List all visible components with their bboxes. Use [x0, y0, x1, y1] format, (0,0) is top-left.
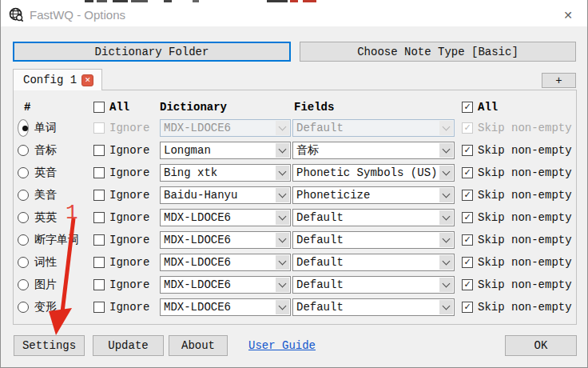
row-radio[interactable] [18, 190, 29, 201]
chevron-down-icon [439, 188, 453, 202]
ignore-checkbox[interactable] [93, 122, 105, 134]
tab-close-icon[interactable]: ✕ [81, 74, 93, 86]
dictionary-select-value: MDX-LDOCE6 [164, 301, 231, 314]
skip-label: Skip non-empty [478, 278, 572, 291]
skip-checkbox[interactable] [462, 190, 473, 201]
row-radio[interactable] [18, 234, 29, 246]
fields-select[interactable]: Default [292, 298, 455, 316]
row-skip: Skip non-empty [457, 301, 576, 314]
row-word-type: 英英 [18, 210, 93, 225]
row-ignore: Ignore [93, 234, 160, 246]
dictionary-select[interactable]: MDX-LDOCE6 [160, 276, 291, 294]
row-radio[interactable] [18, 302, 29, 313]
ignore-label: Ignore [109, 234, 149, 246]
dictionary-folder-button[interactable]: Dictionary Folder [13, 42, 291, 62]
ignore-checkbox[interactable] [93, 302, 105, 313]
row-skip: Skip non-empty [457, 234, 576, 246]
fields-select[interactable]: Default [292, 276, 455, 294]
ignore-checkbox[interactable] [93, 234, 105, 246]
dictionary-select[interactable]: MDX-LDOCE6 [160, 209, 291, 226]
ignore-checkbox[interactable] [93, 145, 105, 156]
app-icon [9, 7, 24, 22]
skip-checkbox[interactable] [462, 279, 473, 290]
chevron-down-icon [276, 166, 289, 180]
row-radio[interactable] [18, 212, 29, 223]
ignore-checkbox[interactable] [93, 190, 105, 201]
fields-select[interactable]: Default [292, 254, 455, 271]
ignore-checkbox[interactable] [93, 212, 105, 223]
row-word-type: 美音 [18, 188, 93, 202]
user-guide-link[interactable]: User Guide [248, 339, 316, 352]
skip-label: Skip non-empty [478, 166, 572, 179]
table-header: # All Dictionary Fields All [14, 98, 576, 117]
dictionary-select[interactable]: MDX-LDOCE6 [160, 231, 291, 249]
add-config-button[interactable]: + [542, 73, 576, 88]
row-ignore: Ignore [93, 301, 160, 314]
skip-checkbox[interactable] [462, 234, 473, 246]
close-window-icon[interactable]: ✕ [557, 7, 579, 23]
fields-select[interactable]: Default [292, 209, 455, 226]
tab-config-1[interactable]: Config 1 ✕ [13, 69, 102, 90]
config-table-body: 单词 Ignore MDX-LDOCE6 Default Ski [14, 117, 576, 318]
dictionary-select[interactable]: MDX-LDOCE6 [160, 119, 291, 137]
row-radio[interactable] [18, 279, 29, 290]
row-skip: Skip non-empty [457, 278, 576, 291]
dictionary-select-value: Baidu-Hanyu [164, 189, 237, 202]
row-label: 英英 [34, 210, 57, 225]
chevron-down-icon [439, 255, 453, 270]
skip-checkbox[interactable] [462, 212, 473, 223]
chevron-down-icon [276, 143, 289, 158]
ignore-checkbox[interactable] [93, 279, 105, 290]
row-radio[interactable] [18, 257, 29, 268]
dictionary-select[interactable]: Longman [160, 142, 291, 159]
settings-button[interactable]: Settings [14, 335, 85, 356]
row-skip: Skip non-empty [457, 166, 576, 179]
row-radio[interactable] [18, 167, 29, 178]
fields-select-value: Default [296, 211, 344, 224]
skip-checkbox[interactable] [462, 167, 473, 178]
dictionary-select[interactable]: Bing xtk [160, 164, 291, 182]
dictionary-select[interactable]: Baidu-Hanyu [160, 186, 291, 204]
choose-note-type-button[interactable]: Choose Note Type [Basic] [300, 42, 576, 62]
skip-checkbox[interactable] [462, 302, 473, 313]
skip-label: Skip non-empty [478, 144, 572, 157]
row-label: 英音 [34, 166, 57, 180]
about-button[interactable]: About [169, 335, 228, 356]
table-row: 变形 Ignore MDX-LDOCE6 Default Ski [14, 296, 576, 318]
dictionary-select-value: Bing xtk [164, 166, 217, 179]
row-ignore: Ignore [93, 189, 160, 202]
fields-select[interactable]: Default [292, 231, 455, 249]
skip-label: Skip non-empty [478, 189, 572, 202]
fields-select[interactable]: Default [292, 119, 455, 137]
header-all-skip-checkbox[interactable] [462, 102, 473, 113]
chevron-down-icon [439, 233, 453, 247]
header-all-ignore-checkbox[interactable] [93, 102, 105, 113]
row-word-type: 图片 [18, 278, 93, 292]
skip-checkbox[interactable] [462, 122, 473, 134]
dictionary-select[interactable]: MDX-LDOCE6 [160, 254, 291, 271]
ignore-checkbox[interactable] [93, 257, 105, 268]
ok-button[interactable]: OK [505, 335, 577, 356]
fields-select[interactable]: Phoneticize [292, 186, 455, 204]
ignore-label: Ignore [109, 278, 149, 291]
fields-select[interactable]: Phonetic Symbols (US) [292, 164, 455, 182]
dictionary-select[interactable]: MDX-LDOCE6 [160, 298, 291, 316]
fields-select-value: Phoneticize [296, 189, 370, 202]
update-button[interactable]: Update [93, 335, 164, 356]
skip-label: Skip non-empty [478, 211, 572, 224]
ignore-checkbox[interactable] [93, 167, 105, 178]
skip-checkbox[interactable] [462, 145, 473, 156]
row-skip: Skip non-empty [457, 256, 576, 269]
row-skip: Skip non-empty [457, 211, 576, 224]
row-label: 音标 [34, 143, 57, 158]
skip-label: Skip non-empty [478, 301, 572, 314]
row-radio[interactable] [18, 119, 29, 137]
fields-select-value: Phonetic Symbols (US) [296, 166, 437, 179]
fields-select[interactable]: 音标 [292, 142, 455, 159]
row-radio[interactable] [18, 145, 29, 156]
dictionary-select-value: MDX-LDOCE6 [164, 211, 231, 224]
chevron-down-icon [276, 278, 289, 292]
chevron-down-icon [276, 233, 289, 247]
header-all-skip-label: All [478, 101, 498, 114]
skip-checkbox[interactable] [462, 257, 473, 268]
